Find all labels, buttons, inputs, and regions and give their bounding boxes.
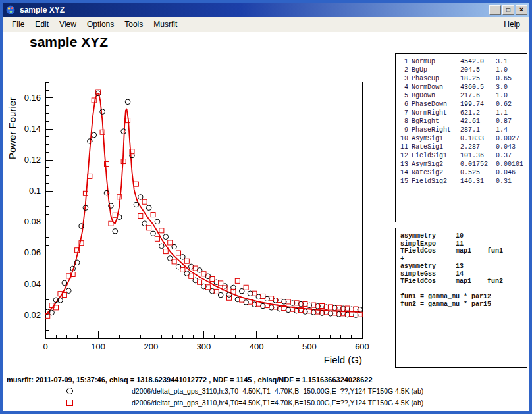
param-row: 2BgUp204.51.0 xyxy=(400,66,527,74)
param-row: 6PhaseDown199.740.62 xyxy=(400,100,527,109)
svg-text:Field (G): Field (G) xyxy=(324,354,362,365)
minimize-button[interactable]: _ xyxy=(489,5,501,15)
param-row: 14RateSig20.5250.046 xyxy=(400,168,527,177)
close-button[interactable]: × xyxy=(516,5,527,15)
menu-tools[interactable]: Tools xyxy=(119,18,148,30)
param-row: 10AsymSig10.18330.0027 xyxy=(400,134,527,143)
menu-edit[interactable]: Edit xyxy=(30,18,54,30)
legend-label: d2006/deltat_pta_gps_3110,h:4,T0=4.50K,T… xyxy=(132,399,423,407)
param-rows: 1NormUp4542.03.12BgUp204.51.03PhaseUp18.… xyxy=(400,57,527,186)
status-line: musrfit: 2011-07-09, 15:37:46, chisq = 1… xyxy=(7,376,373,384)
square-marker-icon xyxy=(66,400,73,406)
theory-box[interactable]: asymmetry 10 simplExpo 11 TFieldCos map1… xyxy=(395,228,527,368)
svg-text:300: 300 xyxy=(197,342,211,351)
plot-title: sample XYZ xyxy=(30,34,108,50)
maximize-button[interactable]: □ xyxy=(502,5,514,15)
parameter-box[interactable]: 1NormUp4542.03.12BgUp204.51.03PhaseUp18.… xyxy=(395,53,527,222)
svg-text:0.14: 0.14 xyxy=(24,124,41,134)
param-row: 3PhaseUp18.250.65 xyxy=(400,74,527,83)
param-row: 13AsymSig20.017520.00101 xyxy=(400,160,527,168)
param-row: 1NormUp4542.03.1 xyxy=(400,57,527,66)
menu-bar: File Edit View Options Tools Musrfit Hel… xyxy=(3,17,529,32)
legend: d2006/deltat_pta_gps_3110,h:3,T0=4.50K,T… xyxy=(3,385,529,411)
svg-text:0.06: 0.06 xyxy=(24,247,41,257)
menu-options[interactable]: Options xyxy=(82,18,119,30)
canvas-area[interactable]: sample XYZ 01002003004005006000.020.040.… xyxy=(3,32,529,412)
separator-line xyxy=(3,373,529,373)
svg-text:0.12: 0.12 xyxy=(24,155,41,165)
svg-text:0.1: 0.1 xyxy=(29,186,41,195)
app-window: sample XYZ _ □ × File Edit View Options … xyxy=(0,0,532,414)
param-row: 7NormRight621.21.1 xyxy=(400,109,527,117)
svg-text:0.08: 0.08 xyxy=(24,217,41,226)
menu-musrfit[interactable]: Musrfit xyxy=(148,18,182,30)
param-row: 11RateSig12.2870.043 xyxy=(400,143,527,151)
param-row: 8BgRight42.610.87 xyxy=(400,117,527,126)
legend-label: d2006/deltat_pta_gps_3110,h:3,T0=4.50K,T… xyxy=(132,387,423,395)
app-icon xyxy=(5,5,16,15)
svg-text:Power Fourier: Power Fourier xyxy=(7,97,18,159)
circle-marker-icon xyxy=(66,388,73,394)
svg-text:0: 0 xyxy=(43,342,47,351)
param-row: 12FieldSig1101.360.37 xyxy=(400,151,527,160)
menu-view[interactable]: View xyxy=(54,18,82,30)
legend-entry: d2006/deltat_pta_gps_3110,h:4,T0=4.50K,T… xyxy=(3,397,529,409)
svg-text:500: 500 xyxy=(302,342,317,351)
svg-text:400: 400 xyxy=(250,342,264,351)
svg-text:100: 100 xyxy=(91,342,105,351)
svg-text:200: 200 xyxy=(144,342,158,351)
menu-file[interactable]: File xyxy=(7,18,30,30)
svg-text:0.02: 0.02 xyxy=(24,310,41,320)
param-row: 5BgDown217.61.0 xyxy=(400,91,527,100)
svg-text:0.04: 0.04 xyxy=(24,279,41,289)
title-bar[interactable]: sample XYZ _ □ × xyxy=(3,3,529,17)
svg-text:600: 600 xyxy=(355,342,369,351)
param-row: 9PhaseRight287.11.4 xyxy=(400,126,527,134)
param-row: 4NormDown4360.53.0 xyxy=(400,83,527,91)
legend-entry: d2006/deltat_pta_gps_3110,h:3,T0=4.50K,T… xyxy=(3,385,529,397)
plot-canvas[interactable]: 01002003004005006000.020.040.060.080.10.… xyxy=(3,65,395,368)
window-controls: _ □ × xyxy=(489,5,527,15)
svg-text:0.16: 0.16 xyxy=(24,93,41,103)
param-row: 15FieldSig2146.310.31 xyxy=(400,177,527,186)
menu-help[interactable]: Help xyxy=(498,18,525,30)
theory-text: asymmetry 10 simplExpo 11 TFieldCos map1… xyxy=(400,232,527,308)
window-title: sample XYZ xyxy=(20,5,65,14)
